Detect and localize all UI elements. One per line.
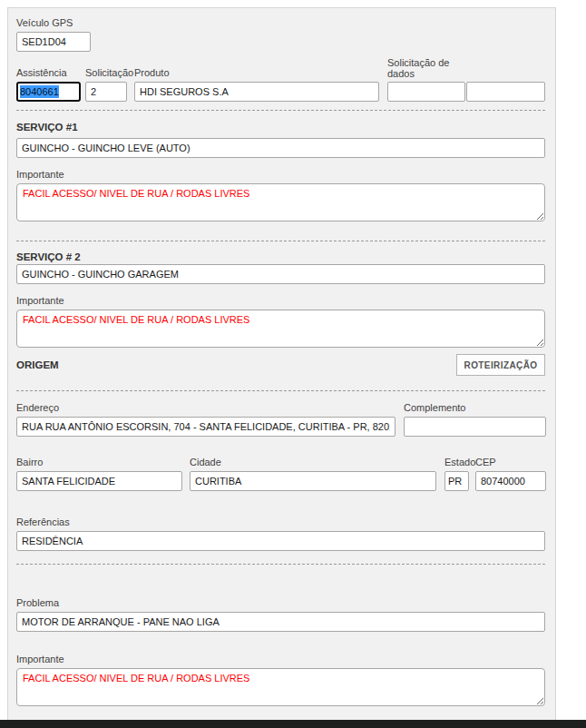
- solicitacao-input[interactable]: [85, 82, 127, 102]
- solicitacao-dados-label: Solicitação de dados: [387, 57, 465, 79]
- servico-2-importante-label: Importante: [16, 295, 545, 307]
- servico-1-importante-label: Importante: [16, 169, 545, 181]
- estado-input[interactable]: [444, 471, 469, 491]
- complemento-input[interactable]: [404, 417, 546, 437]
- origem-heading: ORIGEM: [16, 359, 59, 371]
- referencias-label: Referências: [16, 516, 545, 528]
- estado-label: Estado: [444, 457, 469, 468]
- veiculo-gps-group: Veículo GPS: [16, 17, 545, 52]
- assistencia-selected-text: 8040661: [20, 85, 59, 98]
- bairro-input[interactable]: [16, 471, 182, 491]
- separator: [16, 390, 545, 391]
- referencias-input[interactable]: [16, 531, 545, 551]
- cidade-input[interactable]: [190, 471, 436, 491]
- solicitacao-dados-input-2[interactable]: [466, 82, 545, 102]
- importante-final-textarea[interactable]: FACIL ACESSO/ NIVEL DE RUA / RODAS LIVRE…: [16, 668, 545, 706]
- complemento-label: Complemento: [404, 402, 546, 414]
- servico-2-importante-textarea[interactable]: FACIL ACESSO/ NIVEL DE RUA / RODAS LIVRE…: [16, 310, 545, 348]
- endereco-input[interactable]: [16, 417, 396, 437]
- veiculo-gps-input[interactable]: [16, 32, 91, 52]
- cep-label: CEP: [475, 457, 546, 468]
- endereco-label: Endereço: [16, 402, 396, 414]
- cidade-label: Cidade: [190, 457, 436, 468]
- produto-label: Produto: [134, 67, 379, 79]
- servico-1-heading: SERVIÇO #1: [16, 122, 545, 133]
- importante-final-label: Importante: [16, 654, 545, 665]
- separator: [16, 564, 545, 565]
- produto-input[interactable]: [134, 82, 379, 102]
- service-form-panel: Veículo GPS Assistência 8040661 Solicita…: [7, 7, 556, 728]
- problema-input[interactable]: [16, 612, 545, 632]
- servico-1-importante-textarea[interactable]: FACIL ACESSO/ NIVEL DE RUA / RODAS LIVRE…: [16, 183, 545, 221]
- solicitacao-label: Solicitação: [85, 67, 127, 79]
- solicitacao-dados-input-1[interactable]: [387, 82, 465, 102]
- veiculo-gps-label: Veículo GPS: [16, 17, 545, 29]
- assistencia-label: Assistência: [16, 67, 81, 79]
- servico-2-heading: SERVIÇO # 2: [16, 251, 545, 263]
- servico-2-input[interactable]: [16, 264, 545, 284]
- cep-input[interactable]: [475, 471, 546, 491]
- servico-1-input[interactable]: [16, 138, 545, 158]
- problema-label: Problema: [16, 597, 545, 609]
- roteirizacao-button[interactable]: ROTEIRIZAÇÃO: [456, 354, 545, 376]
- bairro-label: Bairro: [16, 457, 182, 468]
- separator: [16, 241, 545, 241]
- bottom-bar: [0, 720, 586, 728]
- separator: [16, 110, 545, 111]
- assistencia-input[interactable]: 8040661: [16, 82, 81, 102]
